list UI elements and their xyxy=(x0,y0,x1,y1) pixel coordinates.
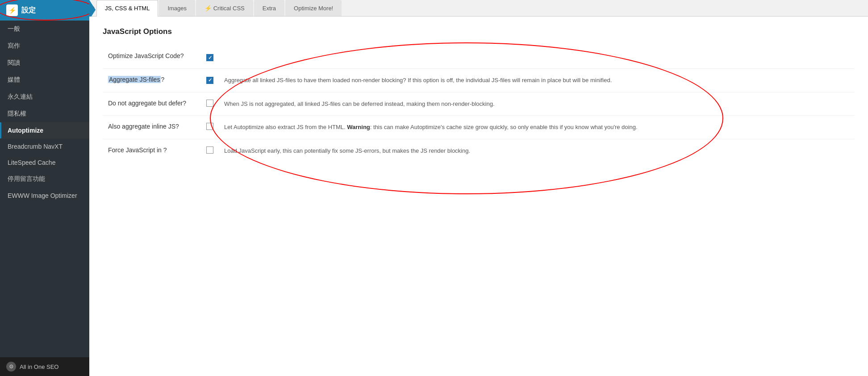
all-in-one-seo-icon: ⚙ xyxy=(6,362,16,372)
checkbox-defer-js[interactable] xyxy=(206,100,213,107)
option-row-aggregate-js: Aggregate JS-files? Aggregate all linked… xyxy=(103,69,855,92)
option-checkbox-cell-force-head xyxy=(201,139,219,162)
sidebar-nav: 一般寫作閱讀媒體永久連結隱私權AutoptimizeBreadcrumb Nav… xyxy=(0,21,89,357)
option-desc-force-head: Load JavaScript early, this can potentia… xyxy=(219,139,855,162)
tab-images[interactable]: Images xyxy=(159,0,195,16)
options-table: Optimize JavaScript Code? Aggregate JS-f… xyxy=(103,45,855,162)
sidebar-item-disable-comment[interactable]: 停用留言功能 xyxy=(0,171,89,188)
sidebar-header-title: 設定 xyxy=(21,6,36,15)
sidebar-item-privacy[interactable]: 隱私權 xyxy=(0,105,89,122)
option-checkbox-cell-defer-js xyxy=(201,92,219,116)
sidebar-footer-label: All in One SEO xyxy=(20,363,58,370)
option-desc-aggregate-js: Aggregate all linked JS-files to have th… xyxy=(219,69,855,92)
option-label-highlight-aggregate-js: Aggregate JS-files xyxy=(108,76,161,83)
tab-critical-css[interactable]: ⚡ Critical CSS xyxy=(196,0,253,16)
sidebar-item-reading[interactable]: 閱讀 xyxy=(0,54,89,71)
checkbox-aggregate-js[interactable] xyxy=(206,77,213,84)
option-label-aggregate-inline: Also aggregate inline JS? xyxy=(103,116,201,139)
sidebar-item-autoptimize[interactable]: Autoptimize xyxy=(0,122,89,138)
checkbox-force-head[interactable] xyxy=(206,146,213,154)
option-row-aggregate-inline: Also aggregate inline JS? Let Autoptimiz… xyxy=(103,116,855,139)
sidebar-item-ewww[interactable]: EWWW Image Optimizer xyxy=(0,188,89,204)
checkbox-optimize-js[interactable] xyxy=(206,54,213,61)
sidebar-item-general[interactable]: 一般 xyxy=(0,21,89,38)
sidebar-item-breadcrumb[interactable]: Breadcrumb NavXT xyxy=(0,138,89,155)
sidebar-footer[interactable]: ⚙ All in One SEO xyxy=(0,357,89,376)
option-desc-defer-js: When JS is not aggregated, all linked JS… xyxy=(219,92,855,116)
tab-optimize-more[interactable]: Optimize More! xyxy=(285,0,342,16)
option-label-aggregate-js: Aggregate JS-files? xyxy=(103,69,201,92)
settings-icon: ⚡ xyxy=(6,4,18,16)
tab-extra[interactable]: Extra xyxy=(254,0,284,16)
option-label-optimize-js: Optimize JavaScript Code? xyxy=(103,45,201,69)
sidebar: ⚡ 設定 一般寫作閱讀媒體永久連結隱私權AutoptimizeBreadcrum… xyxy=(0,0,89,376)
tab-js-css-html[interactable]: JS, CSS & HTML xyxy=(96,0,158,17)
option-row-force-head: Force JavaScript in ? Load JavaScript ea… xyxy=(103,139,855,162)
tabs-bar: JS, CSS & HTMLImages⚡ Critical CSSExtraO… xyxy=(89,0,868,17)
option-checkbox-cell-aggregate-inline xyxy=(201,116,219,139)
section-title: JavaScript Options xyxy=(103,27,855,36)
option-row-defer-js: Do not aggregate but defer? When JS is n… xyxy=(103,92,855,116)
option-checkbox-cell-aggregate-js xyxy=(201,69,219,92)
sidebar-header: ⚡ 設定 xyxy=(0,0,89,21)
sidebar-item-media[interactable]: 媒體 xyxy=(0,71,89,88)
content-area: JavaScript Options Optimize JavaScript C… xyxy=(89,17,868,376)
sidebar-item-writing[interactable]: 寫作 xyxy=(0,38,89,54)
main-content: JS, CSS & HTMLImages⚡ Critical CSSExtraO… xyxy=(89,0,868,376)
sidebar-item-litespeed[interactable]: LiteSpeed Cache xyxy=(0,155,89,171)
option-checkbox-cell-optimize-js xyxy=(201,45,219,69)
option-label-defer-js: Do not aggregate but defer? xyxy=(103,92,201,116)
option-desc-aggregate-inline: Let Autoptimize also extract JS from the… xyxy=(219,116,855,139)
sidebar-item-permalinks[interactable]: 永久連結 xyxy=(0,88,89,105)
checkbox-aggregate-inline[interactable] xyxy=(206,123,213,130)
option-row-optimize-js: Optimize JavaScript Code? xyxy=(103,45,855,69)
option-label-force-head: Force JavaScript in ? xyxy=(103,139,201,162)
